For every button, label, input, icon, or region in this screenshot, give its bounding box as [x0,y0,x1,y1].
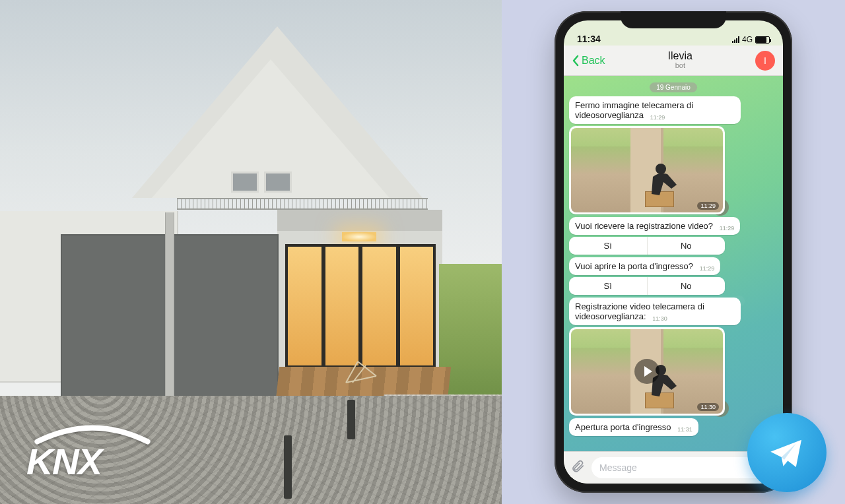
message-input-placeholder: Message [599,462,637,473]
media-time: 11:29 [697,202,719,210]
message-text[interactable]: Apertura porta d'ingresso 11:31 [569,418,698,436]
phone-frame: 11:34 4G Back Ilevia bot [555,11,792,493]
knx-logo: KNX [26,425,158,482]
back-label: Back [582,55,605,67]
bollard-light [284,435,292,499]
inline-button-yes[interactable]: Sì [569,237,648,255]
svg-text:KNX: KNX [26,441,105,479]
inline-button-yes[interactable]: Sì [569,277,648,295]
back-button[interactable]: Back [572,55,605,67]
chat-title-block[interactable]: Ilevia bot [605,51,755,69]
attach-button[interactable] [570,459,585,476]
media-time: 11:30 [697,403,719,411]
message-time: 11:29 [650,114,665,121]
svg-point-1 [656,164,666,174]
play-icon [634,359,659,384]
battery-icon [755,36,770,44]
message-text[interactable]: Vuoi ricevere la registrazione video? 11… [569,217,740,235]
chat-subtitle: bot [605,62,755,70]
bollard-light [347,400,355,439]
message-time: 11:29 [720,225,735,232]
paperclip-icon [570,459,585,474]
message-time: 11:29 [700,265,715,272]
layout: KNX 11:34 4G Ba [0,0,845,504]
phone-notch [621,11,726,28]
inline-keyboard: Sì No [569,277,725,295]
deck-chair [343,356,383,385]
message-time: 11:31 [677,426,693,433]
hero-house-image: KNX [0,0,502,504]
avatar[interactable]: I [755,51,775,71]
inline-button-no[interactable]: No [648,237,726,255]
message-text[interactable]: Vuoi aprire la porta d'ingresso? 11:29 [569,257,720,275]
message-text[interactable]: Registrazione video telecamera di videos… [569,298,741,325]
phone-screen: 11:34 4G Back Ilevia bot [564,20,783,484]
message-time: 11:30 [652,315,667,322]
chat-title: Ilevia [605,51,755,62]
chat-header: Back Ilevia bot I [564,46,783,76]
chat-body[interactable]: 19 Gennaio Fermo immagine telecamera di … [564,76,783,451]
inline-keyboard: Sì No [569,237,725,255]
message-image[interactable]: 11:29 [569,126,725,214]
statusbar-time: 11:34 [577,34,601,44]
signal-icon [732,36,739,43]
chevron-left-icon [572,55,579,67]
inline-button-no[interactable]: No [648,277,726,295]
right-pane: 11:34 4G Back Ilevia bot [502,0,845,504]
message-video[interactable]: 11:30 [569,327,725,416]
network-label: 4G [742,35,753,44]
message-text[interactable]: Fermo immagine telecamera di videosorveg… [569,96,741,124]
date-badge: 19 Gennaio [650,82,697,92]
telegram-icon [765,431,809,474]
telegram-logo-badge [747,413,827,492]
